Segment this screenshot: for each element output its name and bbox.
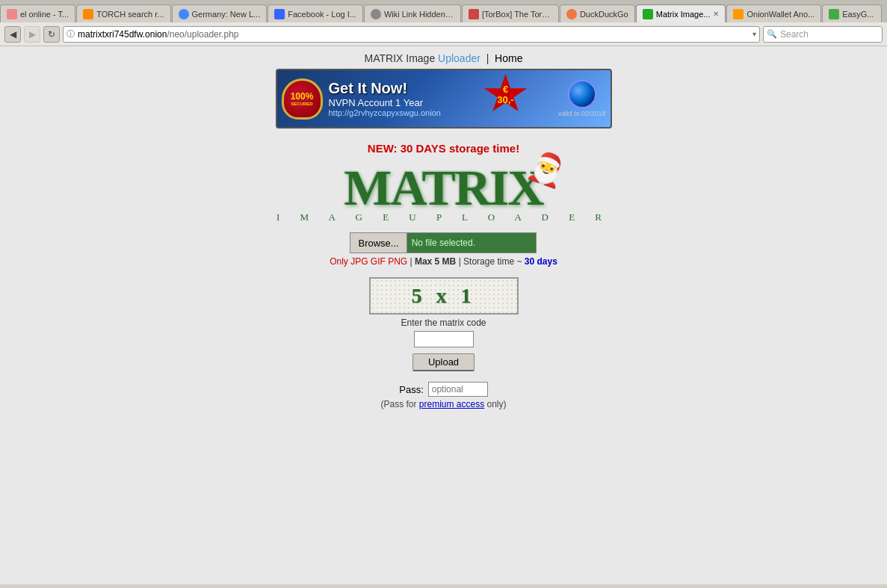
tab-3[interactable]: Germany: New L... [172,4,268,22]
pass-note-suffix: only) [484,399,506,409]
ad-shield: 100% SECURED [282,78,323,120]
tab-3-label: Germany: New L... [192,10,261,19]
file-size-label: Max 5 MB [415,256,456,267]
upload-button[interactable]: Upload [412,353,475,371]
tab-10-favicon [829,9,839,19]
upload-area: Browse... No file selected. Only JPG GIF… [330,232,557,267]
tab-5[interactable]: Wiki Link Hidden ... [364,4,461,22]
tab-7-label: DuckDuckGo [580,10,628,19]
ad-valid: valid to 02/2018 [558,110,606,117]
captcha-area: 5 x 1 Enter the matrix code Upload [369,277,519,371]
captcha-label: Enter the matrix code [401,318,486,328]
reload-button[interactable]: ↻ [43,26,60,43]
tab-8[interactable]: Matrix Image... ✕ [636,4,726,22]
tab-9-favicon [733,9,744,19]
file-name-display: No file selected. [407,232,537,253]
tab-6-favicon [469,9,479,19]
tab-7[interactable]: DuckDuckGo [560,4,635,22]
address-dropdown-icon[interactable]: ▾ [752,30,756,38]
browser-toolbar: ◀ ▶ ↻ ⓘ matrixtxri745dfw.onion/neo/uploa… [0,22,887,46]
search-bar[interactable]: 🔍 Search [763,26,883,43]
ad-shield-secured: SECURED [291,102,312,106]
file-separator-2: | Storage time ~ [459,256,525,267]
tab-1-label: el online - T... [20,10,69,19]
pass-premium-link[interactable]: premium access [419,399,484,409]
pass-label: Pass: [399,384,424,395]
browser-window: el online - T... TORCH search r... Germa… [0,0,887,584]
ad-banner[interactable]: 100% SECURED Get It Now! NVPN Account 1 … [276,69,612,129]
address-bar[interactable]: ⓘ matrixtxri745dfw.onion/neo/uploader.ph… [63,26,760,43]
site-nav: MATRIX Image Uploader | Home [365,52,523,64]
tab-10-label: EasyG... [842,10,875,19]
pass-row: Pass: [399,382,488,397]
address-path: /neo/uploader.php [167,29,238,40]
tab-4-favicon [274,9,285,19]
info-icon: ⓘ [67,28,75,40]
burst-star: € 30,- [483,74,528,115]
captcha-input[interactable] [414,331,474,347]
ad-laptop-globe: valid to 02/2018 [558,80,606,117]
ad-globe-icon [568,80,596,108]
file-type-info: Only JPG GIF PNG [330,256,407,267]
search-placeholder: Search [780,29,809,40]
tab-8-label: Matrix Image... [656,10,711,19]
tab-5-label: Wiki Link Hidden ... [384,10,454,19]
nav-home-link[interactable]: Home [495,52,522,64]
page-content: MATRIX Image Uploader | Home 100% SECURE… [0,46,887,584]
announcement: NEW: 30 DAYS storage time! [368,142,519,155]
tab-6-label: [TorBox] The Tor Mail... [482,10,552,19]
browse-button[interactable]: Browse... [350,232,406,253]
ad-shield-pct: 100% [291,91,314,102]
forward-button[interactable]: ▶ [24,26,40,43]
burst-price: € 30,- [495,84,517,105]
tab-2[interactable]: TORCH search r... [76,4,170,22]
pass-note-prefix: (Pass for [380,399,418,409]
tab-7-favicon [566,9,577,19]
tab-4-label: Facebook - Log I... [288,10,356,19]
tab-5-favicon [371,9,381,19]
pass-note: (Pass for premium access only) [380,399,506,409]
tab-9[interactable]: OnionWallet Ano... [726,4,821,22]
tab-8-close-icon[interactable]: ✕ [713,10,719,18]
tab-8-favicon [643,9,653,19]
captcha-code-display: 5 x 1 [412,284,476,308]
address-text: matrixtxri745dfw.onion/neo/uploader.php [78,29,750,40]
tab-4[interactable]: Facebook - Log I... [268,4,363,22]
ad-price-burst: € 30,- [483,74,528,115]
tab-1[interactable]: el online - T... [0,4,75,22]
tab-2-favicon [83,9,93,19]
tab-2-label: TORCH search r... [96,10,164,19]
file-input-row: Browse... No file selected. [350,232,537,253]
file-info: Only JPG GIF PNG | Max 5 MB | Storage ti… [330,256,557,267]
captcha-image: 5 x 1 [369,277,519,315]
pass-input[interactable] [428,382,488,397]
tab-bar: el online - T... TORCH search r... Germa… [0,0,887,22]
storage-time: 30 days [525,256,557,267]
tab-1-favicon [7,9,17,19]
matrix-logo-area: MATRIX 🎅 I M A G E U P L O A D E R [276,162,611,223]
nav-title-plain: MATRIX Image [365,52,439,64]
nav-title-link[interactable]: Uploader [438,52,480,64]
pass-area: Pass: (Pass for premium access only) [380,382,506,409]
search-icon: 🔍 [767,29,777,39]
tab-6[interactable]: [TorBox] The Tor Mail... [462,4,559,22]
tab-9-label: OnionWallet Ano... [747,10,815,19]
tab-3-favicon [179,9,189,19]
matrix-title: MATRIX [344,162,543,213]
nav-separator: | [486,52,489,64]
tab-10[interactable]: EasyG... [822,4,882,22]
back-button[interactable]: ◀ [4,26,21,43]
